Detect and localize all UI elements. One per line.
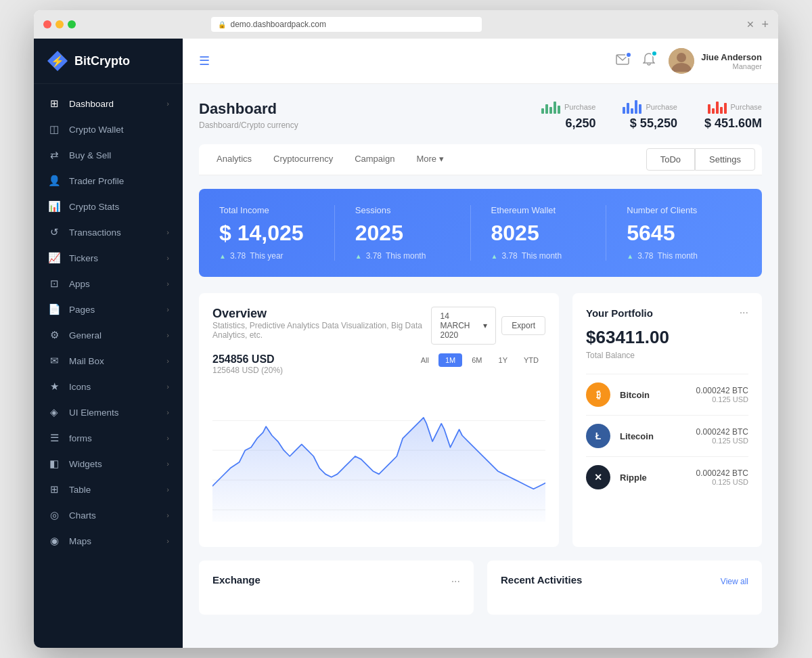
ethereum-sub-text: This month <box>522 251 562 261</box>
tab-cryptocurrency[interactable]: Cryptocurrency <box>263 144 344 175</box>
user-info: Jiue Anderson Manager <box>669 48 762 74</box>
income-sub-val: 3.78 <box>230 251 246 261</box>
sidebar-label-buy-sell: Buy & Sell <box>69 150 111 160</box>
tab-analytics[interactable]: Analytics <box>206 144 263 175</box>
maps-icon: ◉ <box>47 535 61 547</box>
sidebar-item-tickers[interactable]: 📈 Tickers › <box>34 245 183 271</box>
stat-value-2: $ 55,250 <box>623 116 677 131</box>
date-picker[interactable]: 14 MARCH 2020 ▾ <box>431 307 496 345</box>
xrp-amount: 0.000242 BTC <box>696 468 748 478</box>
mailbox-arrow: › <box>166 357 169 365</box>
widgets-arrow: › <box>166 460 169 468</box>
portfolio-value: $63411.00 <box>586 327 748 348</box>
close-dot[interactable] <box>43 20 51 28</box>
chart-area: 254856 USD 125648 USD (20%) All 1M 6M 1Y… <box>212 353 545 533</box>
sidebar-item-apps[interactable]: ⊡ Apps › <box>34 271 183 297</box>
sidebar-item-forms[interactable]: ☰ forms › <box>34 425 183 451</box>
sidebar-label-table: Table <box>69 485 91 495</box>
period-ytd[interactable]: YTD <box>517 353 545 367</box>
ltc-name: Litecoin <box>620 431 696 441</box>
wallet-icon: ◫ <box>47 123 61 135</box>
sidebar-item-general[interactable]: ⚙ General › <box>34 322 183 348</box>
maps-arrow: › <box>166 537 169 545</box>
sidebar-item-widgets[interactable]: ◧ Widgets › <box>34 451 183 477</box>
clients-sub-text: This month <box>658 251 698 261</box>
stats-icon: 📊 <box>47 200 61 213</box>
stat-label-3: Purchase <box>704 100 762 114</box>
topbar: ☰ <box>183 39 778 84</box>
new-tab-button[interactable]: + <box>761 18 769 32</box>
stat-label-1: Purchase <box>541 100 595 114</box>
sidebar-item-dashboard[interactable]: ⊞ Dashboard › <box>34 91 183 116</box>
tab-campaign[interactable]: Campaign <box>344 144 405 175</box>
btc-icon: ₿ <box>586 382 610 407</box>
general-arrow: › <box>166 331 169 339</box>
browser-bar: 🔒 demo.dashboardpack.com ✕ + <box>34 10 778 39</box>
sidebar-item-pages[interactable]: 📄 Pages › <box>34 297 183 322</box>
sidebar: ⚡ BitCrypto ⊞ Dashboard › ◫ Crypto Walle… <box>34 39 183 648</box>
mini-chart-2 <box>623 100 641 114</box>
overview-chart-card: Overview Statistics, Predictive Analytic… <box>199 293 559 547</box>
mail-icon-btn[interactable] <box>616 54 629 68</box>
url-bar[interactable]: 🔒 demo.dashboardpack.com <box>211 17 482 32</box>
bottom-section: Exchange ··· Recent Activities View all <box>199 561 762 615</box>
export-button[interactable]: Export <box>501 316 545 335</box>
sidebar-item-maps[interactable]: ◉ Maps › <box>34 528 183 554</box>
sidebar-label-forms: forms <box>69 433 92 443</box>
period-all[interactable]: All <box>414 353 436 367</box>
income-value: $ 14,025 <box>219 221 334 246</box>
exchange-more[interactable]: ··· <box>451 575 460 588</box>
settings-button[interactable]: Settings <box>695 148 755 171</box>
ethereum-value: 8025 <box>491 221 606 246</box>
sidebar-item-ui-elements[interactable]: ◈ UI Elements › <box>34 399 183 425</box>
sidebar-item-crypto-stats[interactable]: 📊 Crypto Stats <box>34 194 183 219</box>
chevron-down-icon: ▾ <box>439 154 444 164</box>
dashboard-icon: ⊞ <box>47 97 61 110</box>
view-all-button[interactable]: View all <box>721 577 748 586</box>
sidebar-item-buy-sell[interactable]: ⇄ Buy & Sell <box>34 142 183 168</box>
hamburger-menu[interactable]: ☰ <box>199 53 210 68</box>
portfolio-more-button[interactable]: ··· <box>740 307 748 319</box>
general-icon: ⚙ <box>47 329 61 341</box>
clients-label: Number of Clients <box>627 205 742 215</box>
minimize-dot[interactable] <box>55 20 64 28</box>
app: ⚡ BitCrypto ⊞ Dashboard › ◫ Crypto Walle… <box>34 39 778 648</box>
sessions-sub-val: 3.78 <box>366 251 382 261</box>
maximize-dot[interactable] <box>68 20 76 28</box>
ui-elements-icon: ◈ <box>47 406 61 418</box>
sidebar-label-ui-elements: UI Elements <box>69 408 119 418</box>
sidebar-label-trader: Trader Profile <box>69 176 124 186</box>
apps-arrow: › <box>166 280 169 288</box>
period-6m[interactable]: 6M <box>465 353 489 367</box>
chart-usd: 254856 USD <box>212 353 283 366</box>
xrp-name: Ripple <box>620 473 696 483</box>
forms-icon: ☰ <box>47 432 61 444</box>
stat-value-3: $ 451.60M <box>704 116 762 131</box>
page-title: Dashboard <box>199 100 298 118</box>
crypto-item-ltc: Ł Litecoin 0.000242 BTC 0.125 USD <box>586 415 748 456</box>
pages-arrow: › <box>166 305 169 313</box>
main-content: ☰ <box>183 39 778 648</box>
mailbox-icon: ✉ <box>47 355 61 367</box>
tabs-bar: Analytics Cryptocurrency Campaign More ▾… <box>199 144 762 175</box>
sidebar-item-transactions[interactable]: ↺ Transactions › <box>34 219 183 245</box>
sidebar-item-trader-profile[interactable]: 👤 Trader Profile <box>34 168 183 194</box>
icons-icon: ★ <box>47 380 61 393</box>
header-stats: Purchase 6,250 <box>541 100 762 131</box>
period-1y[interactable]: 1Y <box>492 353 514 367</box>
ltc-amount: 0.000242 BTC <box>696 427 748 437</box>
todo-button[interactable]: ToDo <box>646 148 695 171</box>
transactions-arrow: › <box>166 228 169 236</box>
sidebar-item-crypto-wallet[interactable]: ◫ Crypto Wallet <box>34 116 183 142</box>
logo-text: BitCrypto <box>74 54 130 68</box>
clients-arrow-icon: ▲ <box>627 253 633 260</box>
close-tab-button[interactable]: ✕ <box>746 19 754 30</box>
tab-more[interactable]: More ▾ <box>405 144 455 175</box>
sidebar-item-table[interactable]: ⊞ Table › <box>34 477 183 502</box>
transactions-icon: ↺ <box>47 226 61 238</box>
sidebar-item-charts[interactable]: ◎ Charts › <box>34 502 183 528</box>
period-1m[interactable]: 1M <box>438 353 462 367</box>
sidebar-item-icons[interactable]: ★ Icons › <box>34 374 183 399</box>
bell-icon-btn[interactable] <box>643 53 655 69</box>
sidebar-item-mailbox[interactable]: ✉ Mail Box › <box>34 348 183 374</box>
